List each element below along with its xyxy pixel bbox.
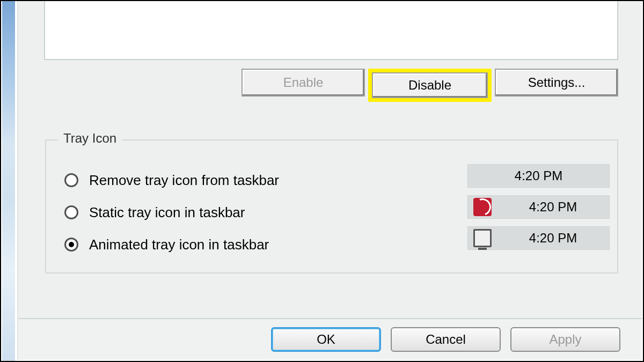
tray-preview-time: 4:20 PM bbox=[497, 231, 609, 246]
tray-preview-time: 4:20 PM bbox=[468, 168, 609, 183]
settings-button[interactable]: Settings... bbox=[495, 69, 618, 97]
plugins-list[interactable] bbox=[44, 1, 618, 60]
app-tray-icon bbox=[473, 198, 492, 216]
radio-label: Static tray icon in taskbar bbox=[89, 204, 245, 221]
dialog-button-bar: OK Cancel Apply bbox=[18, 318, 642, 360]
group-legend: Tray Icon bbox=[58, 131, 122, 146]
radio-label: Remove tray icon from taskbar bbox=[89, 172, 279, 189]
disable-button-highlight: Disable bbox=[368, 69, 492, 102]
window-frame-stripe bbox=[2, 1, 15, 361]
radio-icon bbox=[64, 238, 78, 252]
tray-preview-none: 4:20 PM bbox=[467, 164, 610, 188]
dialog-body: Enable Disable Settings... Tray Icon Rem… bbox=[17, 1, 642, 360]
monitor-icon bbox=[473, 229, 492, 247]
tray-preview-time: 4:20 PM bbox=[497, 200, 609, 215]
enable-button: Enable bbox=[241, 69, 365, 97]
radio-icon bbox=[64, 205, 78, 219]
tray-preview-column: 4:20 PM 4:20 PM 4:20 PM bbox=[467, 164, 610, 257]
ok-button[interactable]: OK bbox=[271, 327, 381, 352]
plugin-action-row: Enable Disable Settings... bbox=[241, 69, 618, 102]
disable-button[interactable]: Disable bbox=[372, 72, 488, 98]
tray-preview-animated: 4:20 PM bbox=[467, 226, 610, 250]
radio-label: Animated tray icon in taskbar bbox=[89, 237, 269, 253]
radio-icon bbox=[64, 173, 78, 187]
tray-preview-static: 4:20 PM bbox=[467, 195, 610, 219]
tray-icon-group: Tray Icon Remove tray icon from taskbar … bbox=[45, 139, 618, 274]
cancel-button[interactable]: Cancel bbox=[391, 327, 501, 352]
apply-button: Apply bbox=[510, 327, 620, 352]
